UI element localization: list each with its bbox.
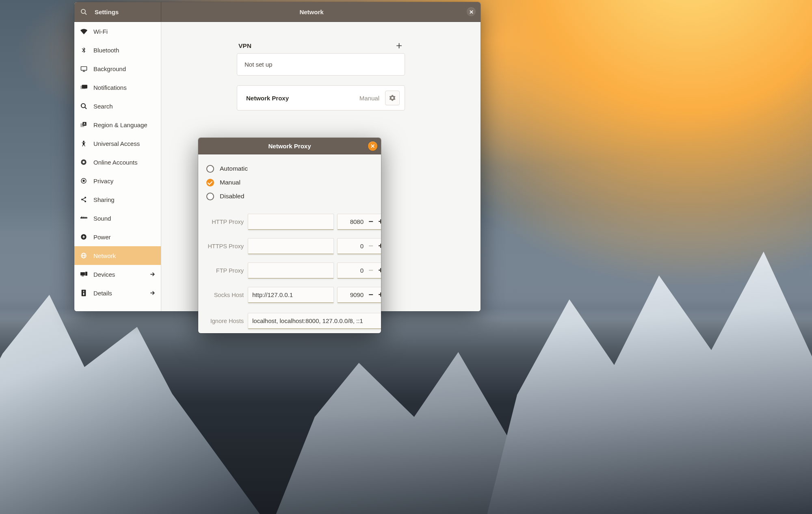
vpn-status-card[interactable]: Not set up xyxy=(237,53,405,76)
svg-rect-35 xyxy=(83,291,84,292)
close-icon xyxy=(371,144,375,148)
sharing-icon xyxy=(80,196,88,203)
settings-sidebar: Wi-Fi Bluetooth Background Notifications xyxy=(74,22,161,311)
radio-icon xyxy=(206,165,214,173)
sidebar-item-search[interactable]: Search xyxy=(74,97,161,115)
add-vpn-button[interactable] xyxy=(394,41,404,50)
increment-button[interactable]: + xyxy=(376,214,381,229)
radio-label: Manual xyxy=(220,179,240,186)
proxy-mode-automatic[interactable]: Automatic xyxy=(206,162,373,176)
https-proxy-port-input[interactable] xyxy=(341,243,366,249)
https-proxy-port-stepper: − + xyxy=(337,238,381,254)
svg-marker-23 xyxy=(80,216,82,218)
gear-icon xyxy=(389,95,396,101)
svg-rect-36 xyxy=(83,293,84,295)
sidebar-item-region-language[interactable]: A Region & Language xyxy=(74,115,161,134)
sidebar-item-label: Wi-Fi xyxy=(93,28,155,35)
bluetooth-icon xyxy=(80,47,88,54)
dialog-title: Network Proxy xyxy=(268,143,311,150)
search-button[interactable] xyxy=(74,9,93,15)
sidebar-item-privacy[interactable]: Privacy xyxy=(74,171,161,190)
devices-icon xyxy=(80,271,88,277)
svg-rect-31 xyxy=(80,272,85,275)
radio-icon xyxy=(206,193,214,200)
decrement-button[interactable]: − xyxy=(366,263,376,278)
sidebar-item-label: Network xyxy=(93,252,155,259)
proxy-settings-button[interactable] xyxy=(385,91,400,105)
sidebar-item-label: Devices xyxy=(93,271,144,278)
sidebar-item-label: Privacy xyxy=(93,178,155,184)
sidebar-item-details[interactable]: Details xyxy=(74,284,161,302)
decrement-button[interactable]: − xyxy=(366,239,376,254)
sound-icon xyxy=(80,216,88,221)
window-close-button[interactable] xyxy=(467,7,476,16)
http-proxy-port-input[interactable] xyxy=(341,218,366,225)
display-icon xyxy=(80,66,88,72)
decrement-button[interactable]: − xyxy=(366,287,376,302)
ftp-proxy-port-stepper: − + xyxy=(337,262,381,279)
sidebar-item-label: Universal Access xyxy=(93,140,155,147)
sidebar-item-label: Sound xyxy=(93,215,155,222)
svg-rect-4 xyxy=(81,66,87,70)
socks-port-stepper: − + xyxy=(337,287,381,303)
svg-rect-8 xyxy=(82,85,87,89)
svg-rect-32 xyxy=(81,276,84,276)
proxy-card-title: Network Proxy xyxy=(246,95,354,102)
sidebar-item-sharing[interactable]: Sharing xyxy=(74,190,161,209)
close-icon xyxy=(470,10,473,14)
ftp-proxy-port-input[interactable] xyxy=(341,267,366,274)
socks-port-input[interactable] xyxy=(341,291,366,298)
decrement-button[interactable]: − xyxy=(366,214,376,229)
sidebar-item-label: Details xyxy=(93,290,144,297)
socks-host-input[interactable] xyxy=(248,287,334,303)
https-proxy-host-input[interactable] xyxy=(248,238,334,254)
sidebar-title: Settings xyxy=(93,9,161,15)
page-title: Network xyxy=(161,2,462,22)
vpn-section-title: VPN xyxy=(238,42,251,50)
svg-point-0 xyxy=(81,9,85,13)
sidebar-item-sound[interactable]: Sound xyxy=(74,209,161,228)
proxy-mode-manual[interactable]: Manual xyxy=(206,176,373,189)
sidebar-item-label: Sharing xyxy=(93,196,155,203)
dialog-close-button[interactable] xyxy=(368,141,377,151)
sidebar-item-notifications[interactable]: Notifications xyxy=(74,78,161,97)
sidebar-item-label: Search xyxy=(93,103,155,110)
sidebar-item-devices[interactable]: Devices xyxy=(74,265,161,284)
network-proxy-card[interactable]: Network Proxy Manual xyxy=(237,85,405,111)
plus-icon xyxy=(396,42,403,49)
ignore-hosts-input[interactable] xyxy=(248,313,381,329)
ftp-proxy-label: FTP Proxy xyxy=(206,267,245,274)
sidebar-item-background[interactable]: Background xyxy=(74,59,161,78)
search-icon xyxy=(80,9,87,15)
sidebar-item-universal-access[interactable]: Universal Access xyxy=(74,134,161,153)
chevron-right-icon xyxy=(149,271,155,277)
http-proxy-label: HTTP Proxy xyxy=(206,219,245,225)
wifi-icon xyxy=(80,28,88,35)
proxy-mode-label: Manual xyxy=(359,95,379,102)
sidebar-item-label: Online Accounts xyxy=(93,159,155,166)
sidebar-item-online-accounts[interactable]: Online Accounts xyxy=(74,153,161,171)
radio-label: Disabled xyxy=(220,193,244,200)
sidebar-item-wifi[interactable]: Wi-Fi xyxy=(74,22,161,41)
proxy-mode-disabled[interactable]: Disabled xyxy=(206,189,373,203)
http-proxy-host-input[interactable] xyxy=(248,214,334,230)
svg-point-9 xyxy=(81,104,85,108)
sidebar-item-bluetooth[interactable]: Bluetooth xyxy=(74,41,161,59)
details-icon xyxy=(80,290,88,296)
svg-point-16 xyxy=(82,161,84,163)
svg-line-1 xyxy=(85,13,87,15)
svg-marker-25 xyxy=(84,216,86,218)
vpn-status-text: Not set up xyxy=(245,61,272,68)
svg-line-10 xyxy=(85,107,87,109)
network-icon xyxy=(80,252,88,259)
increment-button[interactable]: + xyxy=(376,263,381,278)
sidebar-item-power[interactable]: Power xyxy=(74,228,161,246)
sidebar-item-network[interactable]: Network xyxy=(74,246,161,265)
increment-button[interactable]: + xyxy=(376,239,381,254)
chevron-right-icon xyxy=(149,290,155,296)
search-icon xyxy=(80,103,88,109)
increment-button[interactable]: + xyxy=(376,287,381,302)
http-proxy-port-stepper: − + xyxy=(337,214,381,230)
ftp-proxy-host-input[interactable] xyxy=(248,262,334,279)
radio-label: Automatic xyxy=(220,165,248,172)
